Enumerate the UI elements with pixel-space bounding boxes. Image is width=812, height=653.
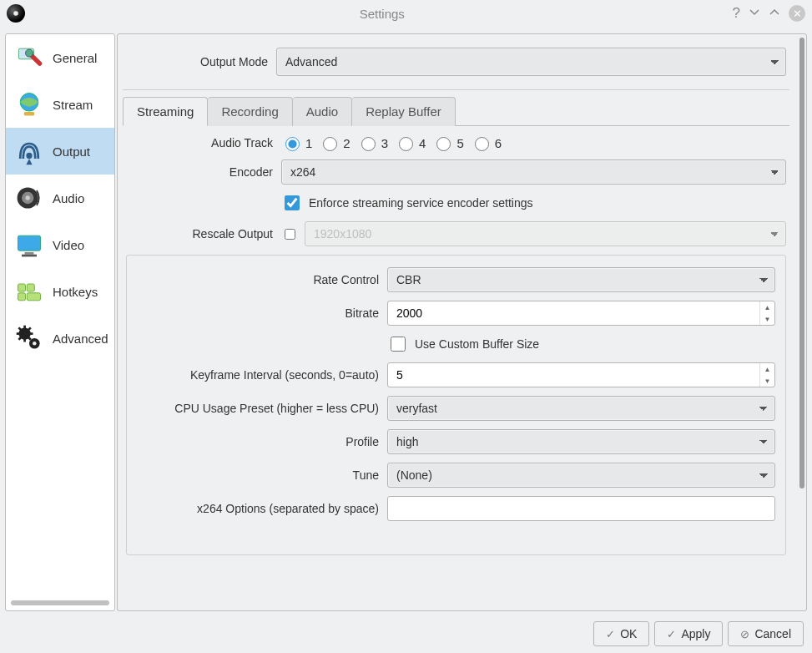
encoder-select[interactable]: x264 (281, 159, 786, 185)
svg-rect-15 (27, 293, 40, 301)
bitrate-label: Bitrate (137, 306, 387, 320)
sidebar-item-hotkeys[interactable]: Hotkeys (6, 268, 114, 315)
sidebar: General Stream Output Audio (5, 33, 115, 611)
output-mode-select[interactable]: Advanced (276, 48, 786, 76)
main-panel: Output Mode Advanced Streaming Recording… (117, 33, 807, 611)
tune-select[interactable]: (None) (387, 463, 775, 488)
cancel-button[interactable]: ⊘ Cancel (728, 621, 804, 646)
profile-select[interactable]: high (387, 429, 775, 454)
rescale-resolution-select[interactable]: 1920x1080 (305, 221, 786, 246)
svg-point-2 (26, 49, 33, 57)
check-icon: ✓ (606, 628, 615, 640)
keyboard-icon (13, 275, 46, 308)
close-icon[interactable]: ✕ (789, 5, 805, 22)
monitor-icon (13, 228, 46, 261)
sidebar-item-advanced[interactable]: Advanced (6, 315, 114, 362)
svg-rect-14 (18, 293, 26, 301)
globe-icon (13, 88, 46, 121)
tab-recording[interactable]: Recording (208, 97, 292, 126)
x264-options-input[interactable] (387, 496, 775, 521)
keyint-label: Keyframe Interval (seconds, 0=auto) (137, 368, 387, 382)
svg-rect-9 (18, 235, 41, 251)
svg-point-19 (33, 342, 37, 346)
rescale-label: Rescale Output (126, 227, 281, 240)
audio-track-3[interactable]: 3 (357, 134, 388, 151)
cpu-preset-label: CPU Usage Preset (higher = less CPU) (137, 402, 387, 415)
custom-buffer-label: Use Custom Buffer Size (415, 337, 539, 351)
sidebar-item-label: General (53, 51, 97, 65)
svg-point-0 (13, 11, 18, 16)
sidebar-item-label: Audio (53, 191, 84, 205)
tabbar: Streaming Recording Audio Replay Buffer (123, 97, 789, 126)
rescale-checkbox[interactable] (285, 229, 295, 240)
enforce-checkbox[interactable] (285, 195, 300, 210)
svg-rect-11 (22, 255, 37, 257)
wrench-icon (13, 41, 46, 74)
sidebar-item-label: Output (53, 144, 90, 159)
audio-track-4[interactable]: 4 (395, 134, 426, 151)
bitrate-spinbox[interactable]: ▲ ▼ (387, 301, 775, 326)
cpu-preset-select[interactable]: veryfast (387, 396, 775, 421)
help-icon[interactable]: ? (733, 5, 740, 22)
svg-rect-4 (24, 112, 35, 116)
output-mode-row: Output Mode Advanced (123, 43, 789, 90)
sidebar-item-label: Advanced (53, 332, 108, 346)
spin-down-icon[interactable]: ▼ (760, 375, 774, 387)
app-icon (7, 4, 25, 23)
rate-control-select[interactable]: CBR (387, 267, 775, 292)
bitrate-input[interactable] (388, 301, 759, 325)
audio-track-radios: 1 2 3 4 5 6 (281, 134, 786, 151)
broadcast-icon (13, 134, 46, 168)
tab-replay-buffer[interactable]: Replay Buffer (352, 97, 456, 126)
enforce-label: Enforce streaming service encoder settin… (309, 196, 532, 210)
output-mode-label: Output Mode (126, 55, 268, 68)
encoder-settings-panel: Rate Control CBR Bitrate (126, 255, 786, 555)
sidebar-item-label: Video (53, 238, 84, 252)
audio-track-5[interactable]: 5 (432, 134, 463, 151)
speaker-icon (13, 181, 46, 215)
svg-point-5 (26, 153, 32, 159)
sidebar-item-general[interactable]: General (6, 34, 114, 81)
spin-up-icon[interactable]: ▲ (760, 301, 774, 313)
apply-button[interactable]: ✓ Apply (654, 621, 723, 646)
sidebar-horizontal-scrollbar[interactable] (11, 600, 109, 605)
tab-audio[interactable]: Audio (293, 97, 352, 126)
audio-track-2[interactable]: 2 (319, 134, 350, 151)
titlebar: Settings ? ✕ (0, 0, 812, 27)
keyint-spinbox[interactable]: ▲ ▼ (387, 362, 775, 387)
tune-label: Tune (137, 468, 387, 482)
sidebar-item-label: Stream (53, 98, 93, 112)
audio-track-label: Audio Track (126, 136, 281, 149)
sidebar-item-label: Hotkeys (53, 285, 98, 299)
sidebar-item-output[interactable]: Output (6, 128, 114, 175)
audio-track-1[interactable]: 1 (281, 134, 312, 151)
sidebar-item-audio[interactable]: Audio (6, 175, 114, 221)
tab-streaming[interactable]: Streaming (123, 97, 208, 126)
window-title: Settings (32, 7, 733, 21)
rate-control-label: Rate Control (137, 273, 387, 286)
spin-up-icon[interactable]: ▲ (760, 363, 774, 375)
sidebar-item-video[interactable]: Video (6, 221, 114, 268)
svg-rect-10 (25, 252, 34, 255)
svg-rect-13 (27, 284, 34, 291)
profile-label: Profile (137, 435, 387, 448)
x264-options-label: x264 Options (separated by space) (137, 502, 387, 515)
minimize-icon[interactable] (749, 7, 760, 21)
encoder-label: Encoder (126, 165, 281, 179)
spin-down-icon[interactable]: ▼ (760, 313, 774, 325)
custom-buffer-checkbox[interactable] (391, 337, 406, 352)
check-icon: ✓ (667, 628, 676, 640)
svg-point-8 (26, 195, 30, 200)
main-vertical-scrollbar[interactable] (799, 38, 804, 488)
audio-track-6[interactable]: 6 (471, 134, 502, 151)
gears-icon (13, 321, 46, 355)
sidebar-item-stream[interactable]: Stream (6, 81, 114, 128)
dialog-buttons: ✓ OK ✓ Apply ⊘ Cancel (593, 621, 804, 646)
ok-button[interactable]: ✓ OK (593, 621, 649, 646)
maximize-icon[interactable] (769, 7, 780, 21)
svg-rect-12 (18, 284, 26, 291)
cancel-icon: ⊘ (740, 628, 749, 640)
keyint-input[interactable] (388, 363, 759, 387)
